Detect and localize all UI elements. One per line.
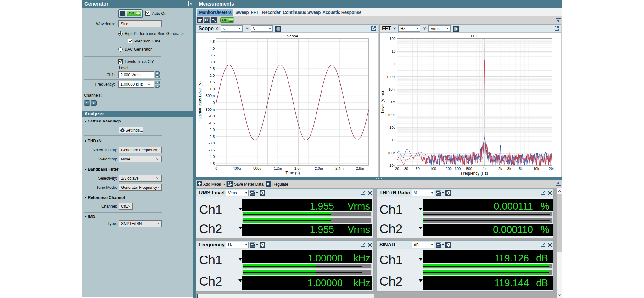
svg-text:5k: 5k [519,167,523,171]
svg-text:-2.5: -2.5 [209,135,215,138]
svg-text:10u: 10u [389,126,395,129]
svg-text:1.2m: 1.2m [274,166,282,170]
svg-text:Scope: Scope [287,34,298,38]
svg-text:100n: 100n [388,151,396,155]
svg-text:100u: 100u [388,113,396,117]
svg-text:3.5: 3.5 [210,53,215,57]
svg-text:Time (s): Time (s) [285,171,300,175]
svg-text:4.0: 4.0 [210,47,215,50]
svg-text:-1.5: -1.5 [209,121,215,125]
svg-text:1m: 1m [390,100,395,104]
svg-text:100m: 100m [387,75,396,79]
svg-text:1: 1 [394,62,395,66]
svg-text:2.4m: 2.4m [335,166,344,170]
svg-text:1k: 1k [483,167,486,171]
svg-text:1.0: 1.0 [210,87,215,91]
svg-text:2k: 2k [498,167,502,171]
svg-text:1u: 1u [392,138,396,142]
svg-text:20: 20 [395,167,399,171]
svg-text:10: 10 [392,49,396,53]
svg-text:400u: 400u [233,166,241,170]
svg-text:1.5: 1.5 [210,80,215,84]
svg-text:2.0: 2.0 [210,74,215,77]
svg-text:Level (Vrms): Level (Vrms) [380,91,385,113]
svg-text:-500m: -500m [204,108,215,111]
svg-text:30: 30 [404,167,408,171]
svg-text:-3.5: -3.5 [209,148,215,152]
svg-text:-3.0: -3.0 [209,141,215,145]
svg-text:20k: 20k [549,167,555,171]
svg-text:50: 50 [416,167,420,171]
svg-text:2.8m: 2.8m [356,166,364,170]
svg-text:-2.0: -2.0 [209,128,215,132]
svg-text:2.0m: 2.0m [315,166,323,170]
svg-text:200: 200 [446,167,452,171]
svg-text:Frequency (Hz): Frequency (Hz) [461,171,488,176]
svg-text:800u: 800u [253,166,261,170]
svg-text:0: 0 [213,101,215,104]
svg-text:10m: 10m [389,87,395,91]
svg-text:10n: 10n [389,164,395,167]
svg-text:500m: 500m [206,94,215,98]
svg-text:-1.0: -1.0 [209,114,215,118]
svg-text:3.0: 3.0 [210,60,215,64]
svg-text:-4.0: -4.0 [209,155,215,159]
svg-text:10k: 10k [533,167,539,171]
svg-text:3k: 3k [507,167,511,171]
svg-text:100: 100 [430,167,436,171]
svg-text:1.6m: 1.6m [294,166,303,170]
svg-text:0: 0 [215,166,217,170]
svg-text:-4.5: -4.5 [209,162,215,166]
svg-text:FFT: FFT [471,34,478,38]
svg-text:2.5: 2.5 [210,67,215,70]
svg-text:100: 100 [389,37,395,41]
svg-text:500: 500 [466,167,472,171]
svg-text:4.5: 4.5 [210,40,215,43]
svg-text:300: 300 [455,167,461,171]
svg-text:Instantaneous Level (V): Instantaneous Level (V) [198,81,202,123]
